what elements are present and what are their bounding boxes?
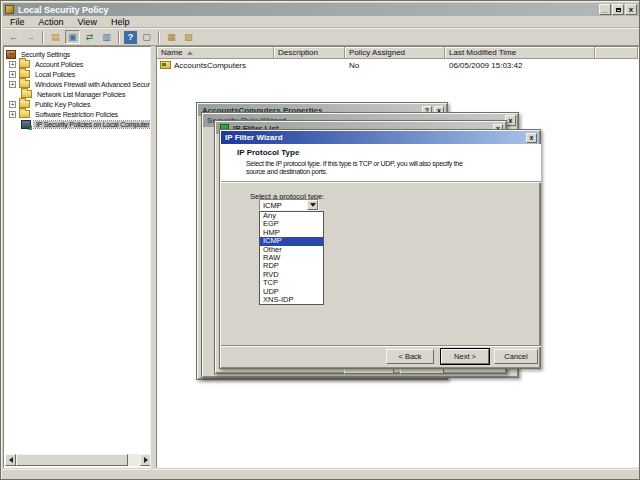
tree-root-label: Security Settings — [19, 51, 72, 58]
status-bar — [3, 469, 639, 479]
expand-icon[interactable]: + — [9, 101, 16, 108]
column-label: Last Modified Time — [449, 48, 516, 57]
column-label: Policy Assigned — [349, 48, 405, 57]
tree-item-public-key-policies[interactable]: + Public Key Policies — [4, 99, 92, 109]
combobox-value: ICMP — [263, 201, 282, 210]
list-row-accountscomputers[interactable]: AccountsComputers No 06/05/2009 15:03:42 — [157, 60, 638, 70]
restore-button[interactable] — [612, 4, 624, 15]
scrollbar-thumb[interactable] — [16, 454, 128, 466]
tree-item-label: Public Key Policies — [33, 101, 92, 108]
close-button[interactable]: x — [526, 133, 537, 143]
wizard-heading: IP Protocol Type — [237, 148, 299, 157]
folder-icon — [19, 70, 30, 78]
tree-item-label-selected: IP Security Policies on Local Computer — [34, 121, 151, 128]
tree-item-account-policies[interactable]: + Account Policies — [4, 59, 85, 69]
wizard-header: IP Protocol Type Select the IP protocol … — [221, 144, 541, 182]
close-button[interactable]: x — [625, 4, 637, 15]
column-label: Description — [278, 48, 318, 57]
scroll-right-icon — [144, 457, 148, 463]
console-tree-panel: Security Settings + Account Policies + L… — [3, 46, 151, 468]
folder-icon — [19, 60, 30, 68]
toolbar-separator — [42, 31, 44, 44]
export-list-icon[interactable]: ▥ — [99, 30, 114, 44]
restore-icon — [616, 8, 621, 12]
cancel-button[interactable]: Cancel — [494, 349, 538, 364]
expand-icon[interactable]: + — [9, 111, 16, 118]
protocol-dropdown-list: Any EGP HMP ICMP Other RAW RDP RVD TCP U… — [259, 211, 324, 305]
policy-add-icon[interactable]: ▧ — [181, 30, 196, 44]
scroll-left-button[interactable] — [5, 454, 16, 466]
folder-icon — [19, 100, 30, 108]
tree-item-label: Software Restriction Policies — [33, 111, 120, 118]
new-window-icon[interactable]: ▢ — [139, 30, 154, 44]
toolbar-separator — [158, 31, 160, 44]
tree-root-security-settings[interactable]: Security Settings — [4, 49, 72, 59]
app-icon — [5, 5, 14, 14]
ip-filter-wizard-dialog: IP Filter Wizard x IP Protocol Type Sele… — [219, 129, 541, 369]
cell-policy-assigned: No — [349, 61, 359, 70]
folder-icon — [19, 110, 30, 118]
column-header-filler — [595, 47, 638, 59]
policy-item-icon — [160, 61, 171, 69]
menu-file[interactable]: File — [3, 17, 32, 27]
cell-name: AccountsComputers — [174, 61, 246, 70]
toolbar-separator — [118, 31, 120, 44]
window-titlebar: Local Security Policy _ x — [3, 3, 639, 16]
toolbar: ← → ▤ ▣ ⇄ ▥ ? ▢ ▦ ▧ — [3, 28, 639, 46]
tree-item-software-restriction[interactable]: + Software Restriction Policies — [4, 109, 120, 119]
back-button[interactable]: < Back — [386, 349, 434, 364]
tree-item-label: Account Policies — [33, 61, 85, 68]
cell-last-modified: 06/05/2009 15:03:42 — [449, 61, 522, 70]
show-console-tree-icon[interactable]: ▤ — [48, 30, 63, 44]
menu-bar: File Action View Help — [3, 16, 639, 28]
scroll-right-button[interactable] — [140, 454, 151, 466]
cancel-button-label: Cancel — [504, 352, 527, 361]
list-header: Name Description Policy Assigned Last Mo… — [157, 47, 638, 59]
next-button[interactable]: Next > — [441, 349, 489, 364]
expand-icon[interactable]: + — [9, 71, 16, 78]
security-settings-icon — [6, 50, 16, 59]
combobox-dropdown-button[interactable] — [307, 200, 318, 210]
folder-icon — [21, 90, 32, 98]
column-header-description[interactable]: Description — [274, 47, 345, 59]
refresh-icon[interactable]: ⇄ — [82, 30, 97, 44]
folder-icon — [19, 80, 30, 88]
column-header-name[interactable]: Name — [157, 47, 274, 59]
menu-view[interactable]: View — [71, 17, 104, 27]
sort-asc-icon — [187, 51, 193, 55]
menu-action[interactable]: Action — [32, 17, 71, 27]
forward-icon[interactable]: → — [23, 30, 38, 44]
wizard-description-line1: Select the IP protocol type. If this typ… — [246, 160, 463, 167]
back-icon[interactable]: ← — [6, 30, 21, 44]
wizard-titlebar: IP Filter Wizard x — [221, 131, 539, 144]
tree-item-ip-security-policies[interactable]: IP Security Policies on Local Computer — [4, 119, 151, 129]
wizard-title: IP Filter Wizard — [225, 133, 283, 142]
protocol-type-combobox[interactable]: ICMP — [259, 199, 319, 211]
wizard-separator — [221, 345, 541, 347]
minimize-button[interactable]: _ — [599, 4, 611, 15]
minimize-icon: _ — [603, 5, 607, 14]
menu-help[interactable]: Help — [104, 17, 137, 27]
close-icon: x — [509, 117, 513, 124]
ip-security-icon — [21, 120, 31, 129]
help-icon[interactable]: ? — [124, 31, 137, 44]
tree-item-label: Network List Manager Policies — [35, 91, 127, 98]
console-window-icon[interactable]: ▣ — [65, 30, 80, 44]
close-icon: x — [629, 5, 633, 14]
next-button-label: Next > — [454, 352, 476, 361]
column-header-last-modified[interactable]: Last Modified Time — [445, 47, 595, 59]
window-title: Local Security Policy — [18, 5, 109, 15]
back-button-label: < Back — [398, 352, 421, 361]
tree-horizontal-scrollbar[interactable] — [5, 454, 151, 466]
tree-item-local-policies[interactable]: + Local Policies — [4, 69, 77, 79]
chevron-down-icon — [310, 203, 316, 207]
local-security-policy-window: Local Security Policy _ x File Action Vi… — [0, 0, 640, 480]
policy-cert-icon[interactable]: ▦ — [164, 30, 179, 44]
dropdown-option-xns-idp[interactable]: XNS-IDP — [260, 296, 323, 304]
expand-icon[interactable]: + — [9, 81, 16, 88]
expand-icon[interactable]: + — [9, 61, 16, 68]
tree-item-label: Windows Firewall with Advanced Security — [33, 81, 151, 88]
tree-item-label: Local Policies — [33, 71, 77, 78]
close-icon: x — [530, 134, 534, 141]
column-header-policy-assigned[interactable]: Policy Assigned — [345, 47, 445, 59]
